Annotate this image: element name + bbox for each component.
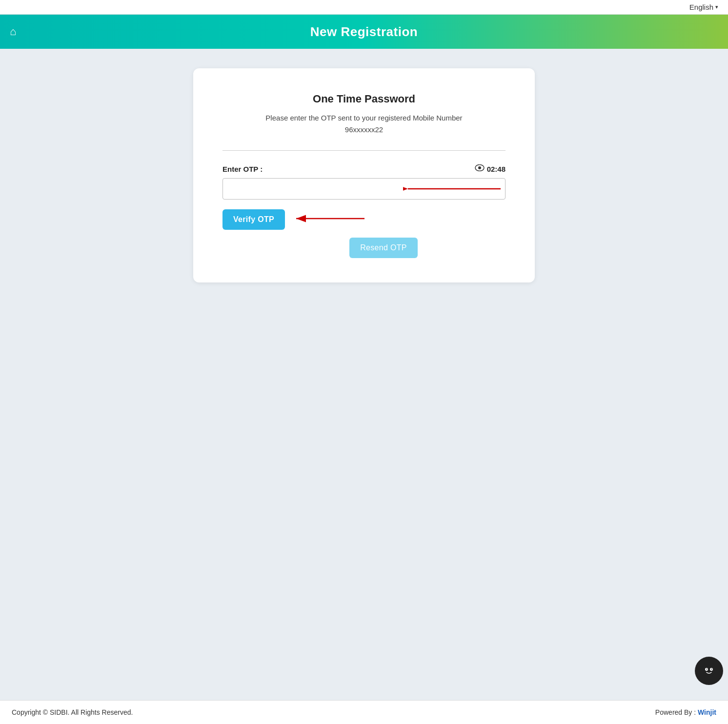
main-content: One Time Password Please enter the OTP s… [0,49,728,700]
otp-subtitle: Please enter the OTP sent to your regist… [222,112,506,136]
language-label: English [689,3,713,11]
otp-title: One Time Password [222,93,506,105]
svg-point-10 [711,669,712,670]
top-bar: English ▾ [0,0,728,15]
otp-mobile-number: 96xxxxxx22 [222,124,506,136]
otp-timer-row: 02:48 [475,164,506,173]
otp-subtitle-line1: Please enter the OTP sent to your regist… [265,114,462,122]
otp-label: Enter OTP : [222,165,263,173]
otp-field-row: Enter OTP : 02:48 [222,164,506,173]
svg-point-1 [478,166,481,169]
verify-btn-wrapper: Verify OTP [222,209,285,230]
arrow-annotation-verify [291,213,369,226]
svg-point-6 [702,663,716,676]
buttons-row: Verify OTP Resend OTP [222,209,506,258]
page-title: New Registration [310,24,418,40]
chevron-down-icon: ▾ [715,4,718,10]
eye-icon[interactable] [475,164,485,173]
footer-powered-label: Powered By : [655,708,698,716]
language-selector[interactable]: English ▾ [689,3,718,11]
footer-powered: Powered By : Winjit [655,708,716,716]
svg-point-9 [707,669,708,670]
footer-winjit-link[interactable]: Winjit [698,708,716,716]
chat-widget[interactable] [695,657,723,685]
otp-card: One Time Password Please enter the OTP s… [193,68,535,282]
otp-input-wrapper [222,178,506,200]
verify-otp-button[interactable]: Verify OTP [222,209,285,230]
footer: Copyright © SIDBI. All Rights Reserved. … [0,700,728,724]
resend-otp-button[interactable]: Resend OTP [349,238,417,258]
otp-timer: 02:48 [487,165,506,173]
chat-widget-icon [701,662,717,680]
home-icon[interactable]: ⌂ [10,25,16,38]
header: ⌂ New Registration [0,15,728,49]
footer-copyright: Copyright © SIDBI. All Rights Reserved. [12,708,133,716]
otp-input[interactable] [222,178,506,200]
divider [222,150,506,151]
